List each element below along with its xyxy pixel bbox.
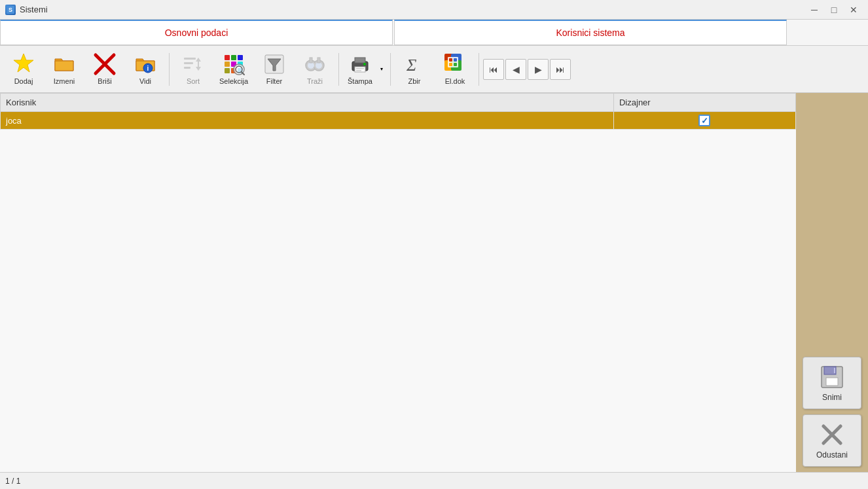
selekcija-icon	[222, 52, 245, 76]
dodaj-label: Dodaj	[14, 77, 33, 86]
svg-rect-47	[454, 58, 457, 62]
izmeni-label: Izmeni	[54, 77, 75, 86]
stampa-button[interactable]: Štampa	[343, 49, 377, 89]
filter-button[interactable]: Filter	[255, 48, 294, 90]
window-controls: ─ □ ✕	[805, 3, 863, 17]
separator-2	[338, 53, 339, 86]
filter-label: Filter	[266, 77, 282, 86]
status-bar: 1 / 1	[0, 472, 868, 489]
nav-last-button[interactable]: ⏭	[550, 59, 571, 80]
svg-text:Σ: Σ	[406, 56, 417, 75]
table-body: joca	[1, 112, 796, 130]
tab-osnovni[interactable]: Osnovni podaci	[0, 20, 393, 45]
svg-rect-48	[449, 63, 452, 66]
eldok-button[interactable]: El.dok	[435, 48, 475, 90]
svg-rect-53	[834, 368, 835, 373]
vidi-label: Vidi	[139, 77, 151, 86]
maximize-button[interactable]: □	[825, 3, 843, 17]
snimi-icon	[819, 364, 845, 390]
filter-icon	[262, 52, 286, 76]
status-text: 1 / 1	[5, 477, 20, 486]
odustani-icon	[819, 422, 845, 448]
stampa-dropdown-arrow[interactable]: ▾	[377, 48, 386, 90]
minimize-button[interactable]: ─	[805, 3, 823, 17]
trazi-label: Traži	[307, 77, 323, 86]
cell-korisnik: joca	[1, 112, 614, 130]
brisi-button[interactable]: Briši	[85, 48, 124, 90]
selekcija-label: Selekcija	[219, 77, 248, 86]
svg-marker-2	[14, 54, 33, 72]
svg-rect-13	[225, 55, 230, 60]
eldok-label: El.dok	[445, 77, 465, 86]
snimi-button[interactable]: Snimi	[803, 357, 861, 409]
svg-rect-19	[225, 68, 230, 73]
trazi-icon	[303, 52, 327, 76]
cell-dizajner	[613, 112, 795, 130]
svg-rect-33	[317, 58, 320, 63]
svg-rect-9	[184, 67, 190, 69]
svg-rect-49	[454, 63, 457, 66]
tab-korisnici[interactable]: Korisnici sistema	[394, 20, 787, 45]
svg-rect-14	[231, 55, 236, 60]
zbir-icon: Σ	[403, 52, 426, 76]
dizajner-checkbox	[619, 115, 790, 126]
selekcija-button[interactable]: Selekcija	[214, 48, 253, 90]
separator-3	[390, 53, 391, 86]
title-bar-left: S Sistemi	[5, 5, 48, 15]
dodaj-button[interactable]: Dodaj	[4, 48, 43, 90]
data-table: Korisnik Dizajner joca	[0, 93, 796, 130]
title-bar: S Sistemi ─ □ ✕	[0, 0, 868, 20]
svg-rect-37	[356, 68, 364, 69]
sort-button: Sort	[173, 48, 213, 90]
svg-marker-11	[196, 67, 201, 71]
col-header-korisnik: Korisnik	[1, 94, 614, 112]
odustani-button[interactable]: Odustani	[803, 414, 861, 467]
brisi-icon	[93, 52, 117, 76]
separator-1	[169, 53, 170, 86]
zbir-label: Zbir	[408, 77, 421, 86]
svg-rect-15	[238, 55, 243, 60]
svg-text:S: S	[9, 7, 12, 13]
svg-rect-16	[225, 62, 230, 67]
svg-rect-46	[449, 58, 452, 62]
content-area: Korisnik Dizajner joca	[0, 93, 868, 472]
svg-rect-7	[184, 58, 196, 60]
sort-icon	[181, 52, 205, 76]
checkmark-icon	[698, 115, 710, 126]
svg-rect-8	[184, 62, 193, 64]
brisi-label: Briši	[98, 77, 111, 86]
sort-label: Sort	[187, 77, 200, 86]
table-area: Korisnik Dizajner joca	[0, 93, 796, 472]
close-button[interactable]: ✕	[844, 3, 863, 17]
app-icon: S	[5, 5, 16, 15]
izmeni-button[interactable]: Izmeni	[45, 48, 84, 90]
svg-rect-38	[356, 70, 361, 71]
nav-next-button[interactable]: ▶	[528, 59, 549, 80]
separator-4	[479, 53, 479, 86]
stampa-icon	[348, 52, 372, 76]
snimi-label: Snimi	[822, 393, 842, 402]
dodaj-icon	[12, 52, 35, 76]
svg-rect-32	[310, 58, 312, 63]
svg-rect-52	[826, 378, 838, 386]
nav-first-button[interactable]: ⏮	[483, 59, 504, 80]
svg-marker-10	[196, 58, 201, 62]
vidi-icon: i	[134, 52, 157, 76]
nav-buttons: ⏮ ◀ ▶ ⏭	[483, 59, 571, 80]
nav-prev-button[interactable]: ◀	[505, 59, 526, 80]
zbir-button[interactable]: Σ Zbir	[395, 48, 434, 90]
toolbar: Dodaj Izmeni Briši	[0, 46, 868, 93]
table-row[interactable]: joca	[1, 112, 796, 130]
right-sidebar: Snimi Odustani	[796, 93, 868, 472]
svg-rect-36	[355, 67, 365, 72]
izmeni-icon	[52, 52, 76, 76]
trazi-button: Traži	[295, 48, 335, 90]
vidi-button[interactable]: i Vidi	[126, 48, 165, 90]
svg-point-39	[363, 63, 366, 65]
window-title: Sistemi	[20, 5, 48, 14]
svg-text:i: i	[147, 65, 149, 72]
table-header: Korisnik Dizajner	[1, 94, 796, 112]
tabs-row: Osnovni podaci Korisnici sistema	[0, 20, 868, 46]
stampa-group: Štampa ▾	[343, 48, 386, 90]
col-header-dizajner: Dizajner	[613, 94, 795, 112]
